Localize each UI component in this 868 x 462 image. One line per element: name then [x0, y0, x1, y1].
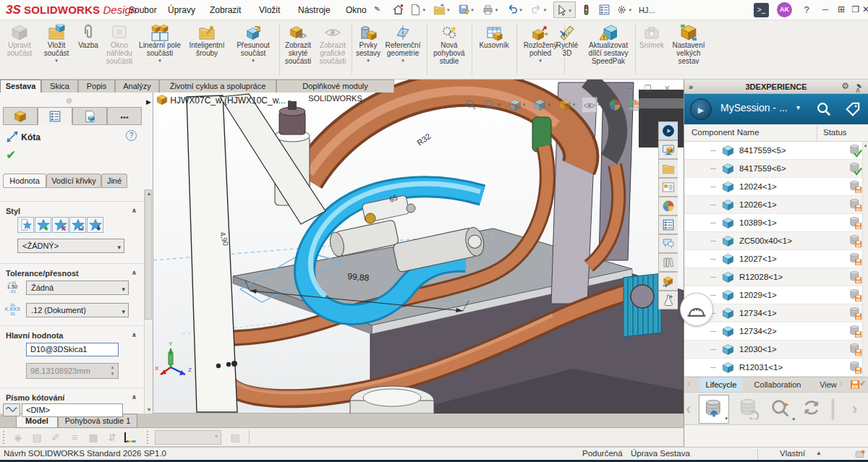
tab-popis[interactable]: Popis: [78, 80, 115, 93]
doc-tab-dropdown-icon[interactable]: ▾: [288, 98, 291, 105]
dropdown-arrow-icon[interactable]: ▾: [39, 57, 74, 64]
menu-nastroje[interactable]: Nástroje: [291, 0, 338, 20]
print-icon[interactable]: [481, 1, 495, 17]
configurationmanager-tab[interactable]: [72, 107, 107, 125]
component-row[interactable]: 12029<1>: [684, 286, 868, 304]
style-section-header[interactable]: Styl∧: [0, 202, 144, 218]
toolbar-scroll-left-icon[interactable]: ‹: [686, 400, 691, 419]
session-dropdown-icon[interactable]: ▾: [796, 103, 800, 111]
dimension-value-spinner[interactable]: 98.13108923mm▲▼: [26, 363, 119, 379]
taskpane-forum-icon[interactable]: [658, 234, 678, 253]
hide-show-items-icon[interactable]: [582, 97, 597, 113]
undo-icon[interactable]: [505, 1, 519, 17]
zoom-area-icon[interactable]: [482, 97, 498, 113]
print-dropdown-icon[interactable]: ▾: [495, 1, 502, 19]
ribbon-assembly-features[interactable]: Prvky sestavy▾: [353, 23, 383, 78]
precision-dropdown[interactable]: .12 (Dokument)▾: [26, 303, 129, 317]
menu-soubor[interactable]: Soubor: [122, 0, 164, 20]
status-custom[interactable]: Vlastní: [780, 449, 805, 458]
tabs-scroll-left-icon[interactable]: ‹: [687, 377, 691, 389]
component-list-scrollbar[interactable]: ▲: [862, 142, 868, 377]
component-row[interactable]: 8417559<6>: [684, 160, 868, 178]
style-dropdown[interactable]: <ŽÁDNÝ>▾: [17, 239, 124, 253]
split-view-button[interactable]: ⊞: [833, 0, 849, 20]
tag-icon[interactable]: [845, 101, 861, 117]
taskpane-custom-properties-icon[interactable]: [658, 215, 678, 234]
properties-icon[interactable]: [597, 1, 611, 17]
component-row[interactable]: 10389<1>: [684, 214, 868, 232]
dropdown-arrow-icon[interactable]: ▾: [353, 57, 383, 64]
propertymanager-scrollbar[interactable]: ▲ ▼: [144, 189, 153, 414]
save-icon[interactable]: [456, 1, 471, 17]
taskpane-view-palette-icon[interactable]: [658, 178, 678, 197]
3dexperience-compass-icon[interactable]: ▶: [690, 98, 712, 120]
style-delete-button[interactable]: [52, 217, 69, 233]
dropdown-arrow-icon[interactable]: ▾: [792, 416, 795, 422]
menu-upravy[interactable]: Úpravy: [161, 0, 203, 20]
dimension-name-input[interactable]: D10@3DSkica1: [26, 343, 119, 356]
taskpane-addins-icon[interactable]: [658, 291, 678, 309]
ribbon-quick-3d[interactable]: Rychlé 3D: [551, 23, 583, 78]
new-dropdown-icon[interactable]: ▾: [422, 1, 429, 19]
scroll-up-icon[interactable]: ▲: [863, 143, 868, 147]
tab-vodici-krivky[interactable]: Vodící křivky: [46, 174, 101, 188]
doc-restore-icon[interactable]: ❒: [644, 84, 652, 93]
collapse-icon[interactable]: ∧: [132, 207, 137, 214]
options-gear-icon[interactable]: [615, 1, 629, 17]
component-row[interactable]: R12028<1>: [684, 268, 868, 286]
ribbon-insert-component[interactable]: Vložit součást▾: [39, 23, 74, 78]
help-icon[interactable]: ?: [799, 0, 814, 20]
status-notification-icon[interactable]: [855, 450, 865, 458]
ribbon-new-motion-study[interactable]: Nová pohybová studie: [428, 23, 470, 78]
search-icon[interactable]: [816, 101, 832, 117]
style-add-button[interactable]: [35, 217, 51, 233]
flyout-expand-icon[interactable]: ▶: [146, 98, 151, 106]
minimize-button[interactable]: ─: [817, 0, 833, 20]
scrollbar-thumb[interactable]: [145, 189, 152, 320]
tab-doplnkove-moduly[interactable]: Doplňkové moduly SOLIDWORKS: [276, 80, 394, 93]
component-row[interactable]: 12027<1>: [684, 250, 868, 268]
dropdown-arrow-icon[interactable]: ▾: [725, 416, 728, 422]
tab-lifecycle[interactable]: Lifecycle: [700, 377, 742, 393]
style-load-button[interactable]: [87, 217, 103, 233]
document-tab[interactable]: HJWX07C_w (HJWX10C_w... ▾: [156, 94, 291, 108]
propertymanager-tab[interactable]: [38, 107, 72, 125]
style-save-button[interactable]: [69, 217, 86, 233]
ribbon-smart-fasteners[interactable]: Inteligentní šrouby: [184, 23, 230, 78]
component-row[interactable]: R12031<1>: [684, 359, 868, 377]
ribbon-mate[interactable]: Vazba: [74, 23, 103, 78]
tolerance-section-header[interactable]: Tolerance/přesnost∧: [0, 265, 144, 281]
active-user-label[interactable]: HJ...: [639, 1, 655, 19]
tab-skica[interactable]: Skica: [41, 80, 78, 93]
radius-label[interactable]: R32: [415, 132, 432, 147]
dropdown-arrow-icon[interactable]: ▾: [382, 57, 424, 64]
dimension-text-section-header[interactable]: Písmo kótování∧: [0, 389, 144, 405]
ribbon-move-component[interactable]: Přesunout součást▾: [230, 23, 276, 78]
session-name[interactable]: MySession - ...: [720, 102, 788, 114]
dim-text-input[interactable]: <DIM>: [22, 403, 123, 417]
tab-sestava[interactable]: Sestava: [0, 80, 41, 93]
component-row[interactable]: 12026<1>: [684, 196, 868, 214]
taskpane-design-library-icon[interactable]: [658, 159, 678, 178]
ribbon-linear-component-pattern[interactable]: Lineární pole součásti▾: [136, 23, 184, 78]
dropdown-arrow-icon[interactable]: ▾: [136, 57, 184, 64]
column-status[interactable]: Status: [823, 128, 847, 137]
doc-minimize-icon[interactable]: ─: [626, 84, 632, 93]
motion-timeline-icon[interactable]: [123, 431, 137, 444]
dimension-value[interactable]: 99,88: [347, 271, 370, 283]
ribbon-collapse-icon[interactable]: ∧: [855, 85, 861, 95]
undo-dropdown-icon[interactable]: ▾: [519, 1, 526, 19]
scroll-up-icon[interactable]: ▲: [145, 191, 153, 196]
tab-zivotni-cyklus[interactable]: Životní cyklus a spolupráce: [159, 80, 276, 93]
more-tabs[interactable]: •••: [107, 107, 142, 125]
ribbon-reference-geometry[interactable]: Referenční geometrie▾: [382, 23, 424, 78]
section-view-icon[interactable]: [507, 97, 523, 113]
component-row[interactable]: 12024<1>: [684, 178, 868, 196]
toolbar-grip[interactable]: [146, 430, 149, 445]
help-icon[interactable]: ?: [126, 130, 137, 141]
menu-zobrazit[interactable]: Zobrazit: [203, 0, 248, 20]
home-icon[interactable]: [391, 1, 405, 17]
tab-jine[interactable]: Jiné: [101, 174, 127, 188]
edit-appearance-icon[interactable]: [607, 97, 623, 113]
save-dropdown-icon[interactable]: ▾: [471, 1, 477, 19]
